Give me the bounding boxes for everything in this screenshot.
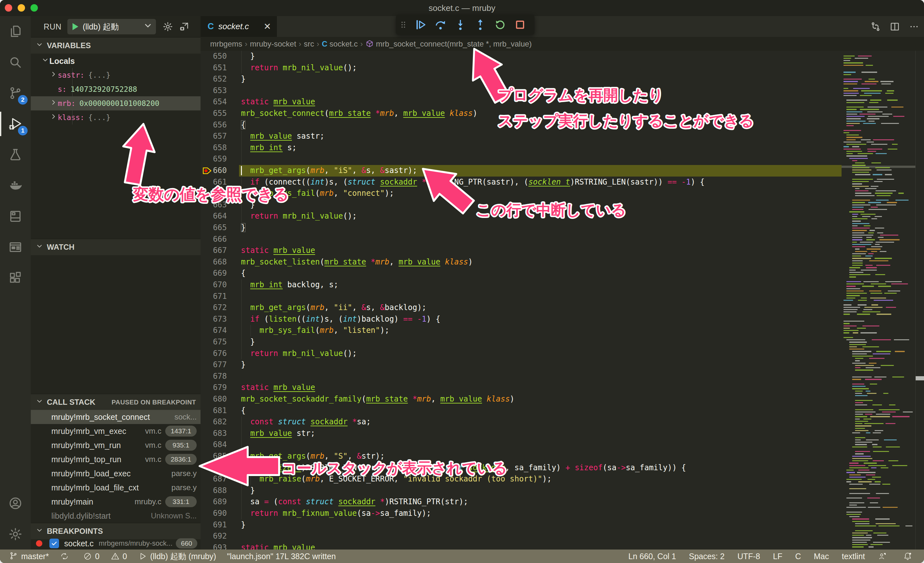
code-line-675[interactable]: 675 } xyxy=(201,336,924,348)
activity-item-testing[interactable] xyxy=(0,139,31,170)
code-line-654[interactable]: 654static mrb_value xyxy=(201,96,924,108)
code-line-689[interactable]: 689 sa = (const struct sockaddr *)RSTRIN… xyxy=(201,496,924,508)
activity-item-remote-device[interactable] xyxy=(0,201,31,232)
code-line-669[interactable]: 669{ xyxy=(201,268,924,279)
code-line-655[interactable]: 655mrb_socket_connect(mrb_state *mrb, mr… xyxy=(201,108,924,119)
breadcrumb-item[interactable]: src xyxy=(304,39,314,48)
code-line-656[interactable]: 656{ xyxy=(201,119,924,131)
stack-frame-row[interactable]: mruby!mrb_socket_connectsock... xyxy=(31,410,201,424)
variable-row[interactable]: s:140732920752288 xyxy=(31,82,201,96)
restart-button[interactable] xyxy=(490,15,510,35)
statusbar-item[interactable]: Ln 660, Col 1 xyxy=(628,552,676,561)
code-line-686[interactable]: 686 if ((size_t)RSTRING_LEN(str) < offse… xyxy=(201,462,924,474)
activity-item-accounts[interactable] xyxy=(0,488,31,519)
code-line-667[interactable]: 667static mrb_value xyxy=(201,245,924,257)
variable-row[interactable]: mrb:0x0000000101008200 xyxy=(31,96,201,110)
tab-socket-c[interactable]: C socket.c ✕ xyxy=(201,16,277,37)
code-line-651[interactable]: 651 return mrb_nil_value(); xyxy=(201,62,924,74)
stack-frame-row[interactable]: mruby!mrb_vm_execvm.c1437:1 xyxy=(31,424,201,438)
scrollbar[interactable] xyxy=(915,51,924,549)
statusbar-item[interactable]: "launch.json" 17L 382C written xyxy=(227,552,336,561)
variable-row[interactable]: sastr:{...} xyxy=(31,68,201,82)
activity-item-docker[interactable] xyxy=(0,170,31,201)
code-line-677[interactable]: 677} xyxy=(201,359,924,371)
launch-config-dropdown[interactable]: (lldb) 起動 xyxy=(68,19,156,35)
activity-item-run-and-debug[interactable]: 1 xyxy=(0,108,31,139)
code-line-673[interactable]: 673 if (listen((int)s, (int)backlog) == … xyxy=(201,314,924,325)
stack-frame-row[interactable]: mruby!mrb_load_file_cxtparse.y xyxy=(31,480,201,495)
code-line-661[interactable]: 661 if (connect((int)s, (struct sockaddr… xyxy=(201,177,924,188)
open-changes-icon[interactable] xyxy=(870,21,881,32)
statusbar-item-warning[interactable]: 0 xyxy=(110,551,127,561)
code-line-679[interactable]: 679static mrb_value xyxy=(201,382,924,393)
statusbar-item-sync[interactable] xyxy=(60,551,72,561)
code-line-657[interactable]: 657 mrb_value sastr; xyxy=(201,131,924,142)
code-line-666[interactable]: 666 xyxy=(201,234,924,245)
code-line-692[interactable]: 692 xyxy=(201,531,924,542)
code-line-685[interactable]: 685 mrb_get_args(mrb, "S", &str); xyxy=(201,450,924,462)
code-line-684[interactable]: 684 xyxy=(201,439,924,450)
stack-frame-row[interactable]: mruby!mainmruby.c331:1 xyxy=(31,495,201,509)
stop-button[interactable] xyxy=(510,15,530,35)
stack-frame-row[interactable]: mruby!mrb_vm_runvm.c935:1 xyxy=(31,438,201,452)
activity-item-settings[interactable] xyxy=(0,519,31,549)
statusbar-item-debug-start[interactable]: (lldb) 起動 (mruby) xyxy=(138,551,216,562)
variables-section-header[interactable]: VARIABLES xyxy=(31,37,201,54)
breadcrumb-item[interactable]: mrb_socket_connect(mrb_state *, mrb_valu… xyxy=(365,39,532,48)
activity-item-search[interactable] xyxy=(0,47,31,78)
launch-settings-gear-icon[interactable] xyxy=(162,21,173,32)
call-stack-section-header[interactable]: CALL STACK PAUSED ON BREAKPOINT xyxy=(31,394,201,410)
code-line-681[interactable]: 681{ xyxy=(201,405,924,417)
continue-button[interactable] xyxy=(411,15,430,35)
statusbar-item[interactable]: LF xyxy=(773,552,782,561)
code-line-664[interactable]: 664 return mrb_nil_value(); xyxy=(201,210,924,222)
code-line-660[interactable]: 660 mrb_get_args(mrb, "iS", &s, &sastr); xyxy=(201,165,924,177)
activity-item-extensions[interactable] xyxy=(0,263,31,293)
statusbar-item-error[interactable]: 0 xyxy=(83,551,99,561)
breadcrumb-item[interactable]: mruby-socket xyxy=(250,39,296,48)
code-line-658[interactable]: 658 mrb_int s; xyxy=(201,142,924,154)
stack-frame-row[interactable]: mruby!mrb_top_runvm.c2836:1 xyxy=(31,452,201,466)
code-line-682[interactable]: 682 const struct sockaddr *sa; xyxy=(201,416,924,428)
activity-item-explorer[interactable] xyxy=(0,16,31,47)
stack-frame-row[interactable]: libdyld.dylib!startUnknown S... xyxy=(31,509,201,523)
code-line-670[interactable]: 670 mrb_int backlog, s; xyxy=(201,279,924,291)
code-line-653[interactable]: 653 xyxy=(201,85,924,97)
statusbar-item-feedback[interactable] xyxy=(878,551,890,561)
debug-console-icon[interactable] xyxy=(179,21,190,32)
editor-content[interactable]: 650 }651 return mrb_nil_value();652}6536… xyxy=(201,51,924,549)
code-line-659[interactable]: 659 xyxy=(201,153,924,165)
close-tab-icon[interactable]: ✕ xyxy=(264,21,271,32)
code-line-688[interactable]: 688 } xyxy=(201,485,924,497)
step-over-button[interactable] xyxy=(430,15,450,35)
code-line-691[interactable]: 691} xyxy=(201,519,924,531)
code-line-671[interactable]: 671 xyxy=(201,291,924,302)
step-out-button[interactable] xyxy=(470,15,490,35)
activity-item-source-control[interactable]: 2 xyxy=(0,78,31,108)
code-line-690[interactable]: 690 return mrb_fixnum_value(sa->sa_famil… xyxy=(201,508,924,519)
code-line-683[interactable]: 683 mrb_value str; xyxy=(201,428,924,440)
code-line-652[interactable]: 652} xyxy=(201,74,924,85)
split-editor-icon[interactable] xyxy=(890,21,900,32)
toolbar-drag-handle[interactable] xyxy=(396,20,411,30)
code-line-650[interactable]: 650 } xyxy=(201,51,924,62)
statusbar-item-bell[interactable] xyxy=(903,551,915,561)
activity-item-browser-preview[interactable] xyxy=(0,232,31,263)
code-line-668[interactable]: 668mrb_socket_listen(mrb_state *mrb, mrb… xyxy=(201,257,924,268)
breadcrumb-item[interactable]: C socket.c xyxy=(322,39,358,48)
step-into-button[interactable] xyxy=(450,15,470,35)
breakpoint-item[interactable]: socket.c mrbgems/mruby-sock... 660 xyxy=(31,537,201,550)
code-line-678[interactable]: 678 xyxy=(201,371,924,382)
minimap[interactable] xyxy=(842,51,915,549)
code-line-680[interactable]: 680mrb_socket_sockaddr_family(mrb_state … xyxy=(201,393,924,405)
more-actions-icon[interactable] xyxy=(909,21,920,32)
code-line-674[interactable]: 674 mrb_sys_fail(mrb, "listen"); xyxy=(201,325,924,336)
breadcrumb-item[interactable]: mrbgems xyxy=(210,39,242,48)
breakpoint-checkbox[interactable] xyxy=(50,539,59,548)
code-line-665[interactable]: 665} xyxy=(201,222,924,234)
statusbar-item[interactable]: UTF-8 xyxy=(737,552,760,561)
stack-frame-row[interactable]: mruby!mrb_load_execparse.y xyxy=(31,466,201,480)
code-line-676[interactable]: 676 return mrb_nil_value(); xyxy=(201,348,924,359)
statusbar-item[interactable]: textlint xyxy=(842,552,865,561)
statusbar-item-git-branch[interactable]: master* xyxy=(9,551,49,561)
